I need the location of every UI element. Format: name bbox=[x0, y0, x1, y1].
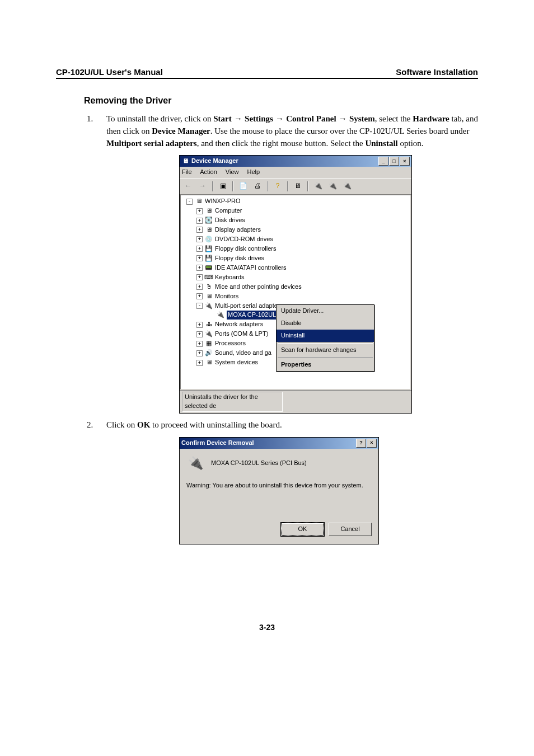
network-icon: 🖧 bbox=[204, 321, 213, 328]
menu-view[interactable]: View bbox=[226, 168, 239, 175]
dialog-device-name: MOXA CP-102UL Series (PCI Bus) bbox=[211, 459, 307, 468]
properties-icon[interactable]: 📄 bbox=[237, 180, 249, 192]
scan-icon[interactable]: 🖥 bbox=[292, 180, 304, 192]
serial-card-icon: 🔌 bbox=[216, 311, 225, 319]
tree-root[interactable]: -🖥WINXP-PRO bbox=[186, 197, 409, 206]
tool-icon-2[interactable]: 🔌 bbox=[326, 180, 339, 192]
page-number: 3-23 bbox=[56, 623, 478, 632]
menu-action[interactable]: Action bbox=[200, 168, 217, 175]
mouse-icon: 🖱 bbox=[204, 283, 213, 291]
tree-node-disk[interactable]: +💽Disk drives bbox=[196, 216, 409, 226]
titlebar[interactable]: 🖥 Device Manager _ □ × bbox=[180, 156, 411, 167]
section-heading: Removing the Driver bbox=[84, 96, 478, 106]
tree-node-fdd[interactable]: +💾Floppy disk drives bbox=[196, 254, 409, 264]
toolbar: ← → ▣ 📄 🖨 ? 🖥 🔌 🔌 🔌 bbox=[180, 178, 411, 194]
display-icon: 🖥 bbox=[204, 226, 213, 234]
close-button[interactable]: × bbox=[400, 157, 410, 166]
computer-icon: 🖥 bbox=[194, 198, 203, 205]
tree-node-display[interactable]: +🖥Display adapters bbox=[196, 226, 409, 235]
help-button[interactable]: ? bbox=[356, 439, 366, 448]
forward-button[interactable]: → bbox=[196, 180, 209, 192]
app-icon: 🖥 bbox=[181, 157, 189, 165]
tree-node-mice[interactable]: +🖱Mice and other pointing devices bbox=[196, 283, 409, 292]
minimize-button[interactable]: _ bbox=[378, 157, 388, 166]
window-title: Device Manager bbox=[191, 157, 378, 166]
print-icon[interactable]: 🖨 bbox=[251, 180, 264, 192]
ctx-scan[interactable]: Scan for hardware changes bbox=[277, 344, 374, 356]
tool-icon-1[interactable]: 🔌 bbox=[312, 180, 324, 192]
context-menu: Update Driver... Disable Uninstall Scan … bbox=[276, 304, 374, 372]
device-icon: 🖥 bbox=[204, 207, 213, 215]
device-card-icon: 🔌 bbox=[186, 456, 204, 471]
help-icon[interactable]: ? bbox=[271, 180, 284, 192]
ports-icon: 🔌 bbox=[204, 330, 213, 338]
tree-node-keyboards[interactable]: +⌨Keyboards bbox=[196, 273, 409, 283]
up-icon[interactable]: ▣ bbox=[217, 180, 229, 192]
ok-button[interactable]: OK bbox=[281, 523, 324, 536]
ctx-update-driver[interactable]: Update Driver... bbox=[277, 305, 374, 317]
header-left: CP-102U/UL User's Manual bbox=[56, 67, 163, 77]
tree-node-computer[interactable]: +🖥Computer bbox=[196, 206, 409, 216]
page-header: CP-102U/UL User's Manual Software Instal… bbox=[56, 67, 478, 79]
monitor-icon: 🖥 bbox=[204, 293, 213, 300]
tool-icon-3[interactable]: 🔌 bbox=[341, 180, 353, 192]
dialog-warning: Warning: You are about to uninstall this… bbox=[186, 481, 372, 490]
dialog-title: Confirm Device Removal bbox=[181, 439, 356, 448]
cancel-button[interactable]: Cancel bbox=[329, 523, 372, 536]
dialog-close-button[interactable]: × bbox=[367, 439, 377, 448]
dialog-titlebar[interactable]: Confirm Device Removal ? × bbox=[180, 438, 378, 449]
instruction-list: To uninstall the driver, click on Start … bbox=[95, 112, 478, 544]
serial-icon: 🔌 bbox=[204, 302, 213, 309]
tree-node-dvd[interactable]: +💿DVD/CD-ROM drives bbox=[196, 235, 409, 245]
maximize-button[interactable]: □ bbox=[389, 157, 399, 166]
system-icon: 🖥 bbox=[204, 359, 213, 367]
step-2: Click on OK to proceed with uninstalling… bbox=[95, 419, 478, 544]
device-manager-window: 🖥 Device Manager _ □ × File Action View … bbox=[179, 155, 412, 414]
tree-node-monitors[interactable]: +🖥Monitors bbox=[196, 292, 409, 302]
keyboard-icon: ⌨ bbox=[204, 274, 213, 281]
dvd-icon: 💿 bbox=[204, 236, 213, 243]
sound-icon: 🔊 bbox=[204, 349, 213, 357]
ctx-uninstall[interactable]: Uninstall bbox=[277, 330, 374, 342]
floppy-icon: 💾 bbox=[204, 245, 213, 253]
disk-icon: 💽 bbox=[204, 217, 213, 224]
cpu-icon: ▦ bbox=[204, 340, 213, 348]
confirm-dialog: Confirm Device Removal ? × 🔌 MOXA CP-102… bbox=[179, 437, 379, 544]
ctx-disable[interactable]: Disable bbox=[277, 317, 374, 330]
device-tree[interactable]: -🖥WINXP-PRO +🖥Computer +💽Disk drives +🖥D… bbox=[180, 194, 411, 390]
tree-node-fdc[interactable]: +💾Floppy disk controllers bbox=[196, 245, 409, 254]
status-text: Uninstalls the driver for the selected d… bbox=[182, 392, 283, 412]
header-right: Software Installation bbox=[396, 67, 478, 77]
menu-bar: File Action View Help bbox=[180, 167, 411, 178]
status-bar: Uninstalls the driver for the selected d… bbox=[180, 390, 411, 413]
step-1: To uninstall the driver, click on Start … bbox=[95, 112, 478, 414]
controller-icon: 📟 bbox=[204, 264, 213, 272]
ctx-properties[interactable]: Properties bbox=[277, 359, 374, 371]
menu-file[interactable]: File bbox=[182, 168, 192, 175]
tree-node-ide[interactable]: +📟IDE ATA/ATAPI controllers bbox=[196, 264, 409, 273]
floppy-icon: 💾 bbox=[204, 255, 213, 262]
menu-help[interactable]: Help bbox=[247, 168, 260, 175]
back-button[interactable]: ← bbox=[182, 180, 194, 192]
